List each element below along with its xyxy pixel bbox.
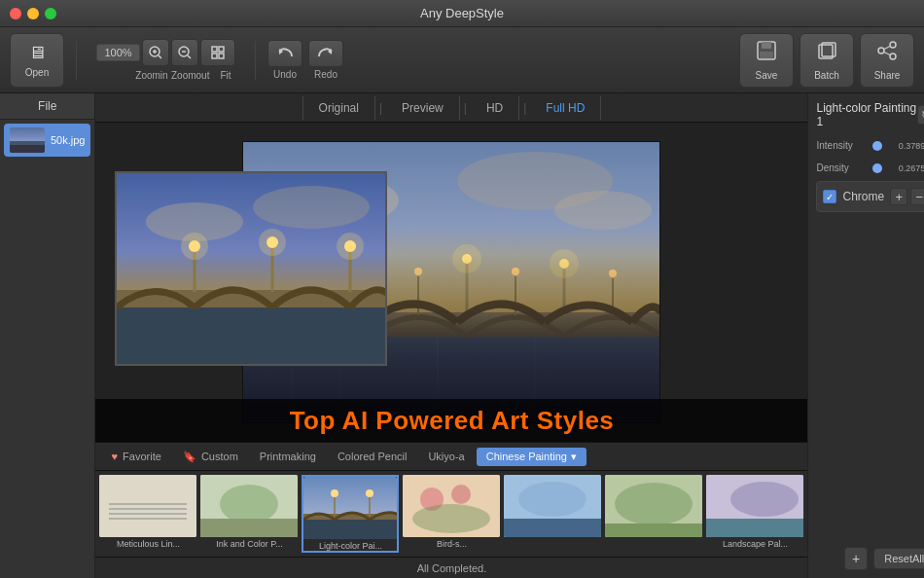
- close-button[interactable]: [10, 8, 21, 19]
- tab-hd[interactable]: HD: [471, 96, 519, 120]
- canvas-area[interactable]: Top AI Powered Art Styles: [95, 123, 807, 442]
- share-button[interactable]: Share: [860, 33, 914, 88]
- svg-line-3: [159, 55, 161, 58]
- undo-button[interactable]: Undo: [267, 40, 302, 80]
- intensity-slider[interactable]: [875, 144, 880, 148]
- svg-rect-58: [117, 300, 387, 366]
- density-label: Density: [816, 163, 870, 173]
- density-value: 0.267534: [886, 163, 924, 173]
- zoomout-icon: [178, 46, 192, 59]
- file-thumbnail: [10, 127, 45, 153]
- file-header-label: File: [38, 99, 56, 113]
- svg-point-86: [451, 485, 471, 504]
- density-row: Density 0.267534: [816, 163, 924, 173]
- zoomout-button[interactable]: [171, 39, 198, 66]
- open-button[interactable]: 🖥 Open: [10, 33, 64, 88]
- status-bar: All Completed.: [95, 557, 807, 578]
- thumb-item-4[interactable]: ♥: [504, 475, 601, 553]
- heart-icon: ♥: [111, 451, 118, 462]
- intensity-thumb[interactable]: [872, 141, 882, 151]
- traffic-lights: [10, 8, 56, 19]
- thumb-label-6: Landscape Pal...: [706, 539, 803, 549]
- svg-point-89: [518, 482, 586, 517]
- chrome-checkbox[interactable]: ✓: [823, 190, 836, 203]
- svg-point-83: [366, 489, 373, 497]
- zoom-value[interactable]: 100%: [96, 44, 140, 61]
- svg-point-75: [220, 485, 278, 524]
- thumb-image-1: [200, 475, 298, 537]
- thumb-item-0[interactable]: ♥ Meticulous Lin...: [99, 475, 196, 553]
- svg-point-57: [253, 186, 370, 229]
- maximize-button[interactable]: [45, 8, 56, 19]
- fit-icon: [211, 46, 225, 59]
- intensity-label: Intensity: [816, 140, 870, 151]
- thumb-item-1[interactable]: ♥ Ink and Color P...: [200, 475, 298, 553]
- thumb-label-2: Light-color Pai...: [303, 541, 397, 551]
- redo-button[interactable]: Redo: [308, 40, 343, 80]
- svg-rect-10: [219, 54, 224, 58]
- preview-popup[interactable]: [115, 171, 387, 366]
- preview-scene: [117, 173, 387, 366]
- zoom-controls: 100%: [89, 39, 243, 81]
- center-panel: Original | Preview | HD | Full HD: [95, 93, 807, 578]
- svg-point-68: [337, 233, 364, 260]
- thumb-item-2[interactable]: ♥: [302, 475, 399, 553]
- file-list: 50k.jpg: [0, 120, 94, 578]
- svg-point-20: [890, 54, 896, 59]
- thumb-label-1: Ink and Color P...: [200, 539, 298, 549]
- redo-label: Redo: [314, 69, 338, 80]
- chrome-add-button[interactable]: +: [890, 188, 907, 205]
- tab-colored-pencil[interactable]: Colored Pencil: [328, 448, 417, 465]
- style-refresh-button[interactable]: ↻: [917, 105, 924, 125]
- zoomin-button[interactable]: [142, 39, 169, 66]
- share-label: Share: [874, 70, 901, 81]
- svg-point-18: [890, 42, 896, 48]
- nav-btn-group: Undo Redo: [267, 40, 343, 80]
- svg-rect-8: [219, 47, 224, 52]
- thumb-image-4: [504, 475, 601, 537]
- chrome-buttons: + −: [890, 188, 924, 205]
- svg-point-62: [181, 233, 208, 260]
- tab-separator-3: |: [519, 101, 530, 115]
- svg-rect-25: [10, 141, 45, 145]
- density-slider[interactable]: [875, 166, 880, 170]
- chrome-row: ✓ Chrome + −: [816, 181, 924, 212]
- svg-point-65: [259, 229, 286, 256]
- right-panel: Light-color Painting 1 ↻ Intensity 0.378…: [807, 93, 924, 578]
- open-icon: 🖥: [28, 43, 46, 63]
- bookmark-icon: 🔖: [183, 451, 196, 462]
- thumb-label-0: Meticulous Lin...: [99, 539, 196, 549]
- thumb-item-5[interactable]: ♥: [605, 475, 702, 553]
- tab-printmaking[interactable]: Printmaking: [250, 448, 326, 465]
- thumb-item-6[interactable]: ♥ Landscape Pal...: [706, 475, 803, 553]
- thumb-image-6: [706, 475, 803, 537]
- svg-rect-7: [212, 47, 217, 52]
- tab-ukiyo[interactable]: Ukiyo-a: [418, 448, 474, 465]
- minimize-button[interactable]: [27, 8, 39, 19]
- file-name: 50k.jpg: [51, 134, 85, 146]
- svg-point-81: [331, 489, 338, 497]
- add-style-button[interactable]: +: [844, 547, 868, 570]
- thumb-item-3[interactable]: ♥ Bird-s...: [403, 475, 500, 553]
- tab-fullhd[interactable]: Full HD: [530, 96, 601, 120]
- tab-preview[interactable]: Preview: [386, 96, 460, 120]
- svg-point-87: [412, 504, 490, 533]
- file-item[interactable]: 50k.jpg: [4, 124, 90, 157]
- separator-1: [76, 41, 77, 80]
- chrome-label: Chrome: [842, 190, 884, 203]
- thumbnail-strip: ♥ Meticulous Lin... ♥: [95, 471, 807, 557]
- fit-label: Fit: [208, 70, 243, 81]
- status-text: All Completed.: [417, 562, 487, 574]
- tab-chinese-painting[interactable]: Chinese Painting ▾: [477, 448, 586, 466]
- dropdown-arrow: ▾: [571, 451, 577, 463]
- tab-custom[interactable]: 🔖 Custom: [173, 448, 248, 466]
- intensity-value: 0.378995: [886, 141, 924, 151]
- chrome-minus-button[interactable]: −: [910, 188, 924, 205]
- fit-button[interactable]: [200, 39, 235, 66]
- tab-original[interactable]: Original: [302, 96, 375, 120]
- density-thumb[interactable]: [872, 163, 882, 173]
- reset-all-button[interactable]: ResetAll: [873, 548, 924, 569]
- batch-button[interactable]: Batch: [800, 33, 854, 88]
- save-button[interactable]: Save: [739, 33, 794, 88]
- tab-favorite[interactable]: ♥ Favorite: [101, 448, 170, 465]
